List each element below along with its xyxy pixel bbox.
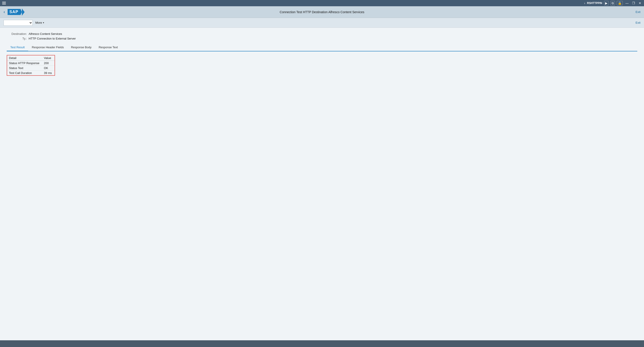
menu-right: › RSHTTPPIN ▶ ⧉ 🔒 — ❐ ✕ — [584, 1, 642, 5]
toolbar-exit-button[interactable]: Exit — [636, 21, 640, 24]
nav-forward-icon[interactable]: › — [584, 1, 585, 5]
sap-logo-triangle — [22, 8, 24, 16]
sap-logo: SAP — [8, 8, 24, 16]
type-row: Ty.: HTTP Connection to External Server — [7, 37, 637, 40]
restore-btn[interactable]: ❐ — [631, 1, 636, 5]
cell-detail: Status Text — [7, 66, 42, 71]
minimize-btn[interactable]: — — [624, 1, 630, 5]
svg-marker-0 — [22, 8, 24, 16]
cell-detail: Status HTTP Response — [7, 61, 42, 66]
toolbar: More ▾ Exit — [0, 18, 644, 28]
destination-value: Alfresco Content Services — [28, 32, 62, 35]
back-button[interactable]: ‹ — [4, 9, 5, 14]
header-title: Connection Test HTTP Destination Alfresc… — [280, 10, 364, 14]
more-label: More — [35, 21, 42, 24]
tab-test-result[interactable]: Test Result — [7, 44, 28, 51]
header-exit-button[interactable]: Exit — [636, 10, 640, 14]
main-content: Destination: Alfresco Content Services T… — [0, 28, 644, 340]
hamburger-icon[interactable] — [2, 1, 6, 5]
cell-detail: Test Call Duration — [7, 71, 42, 75]
tabs: Test Result Response Header Fields Respo… — [7, 44, 637, 51]
cell-value: 200 — [42, 61, 54, 66]
app-name: RSHTTPPIN — [587, 1, 602, 5]
menu-left — [2, 1, 6, 5]
tab-response-header[interactable]: Response Header Fields — [28, 44, 67, 51]
more-button[interactable]: More ▾ — [35, 21, 44, 24]
destination-label: Destination: — [7, 32, 27, 35]
column-detail: Detail — [7, 55, 42, 61]
info-section: Destination: Alfresco Content Services T… — [7, 32, 637, 40]
cell-value: OK — [42, 66, 54, 71]
table-row: Status HTTP Response200 — [7, 61, 54, 66]
cell-value: 39 ms — [42, 71, 54, 75]
sap-logo-text: SAP — [8, 9, 22, 15]
lock-icon[interactable]: 🔒 — [617, 1, 623, 5]
result-table-container: Detail Value Status HTTP Response200Stat… — [7, 55, 55, 76]
header-bar: ‹ SAP Connection Test HTTP Destination A… — [0, 6, 644, 18]
type-label: Ty.: — [7, 37, 27, 40]
result-table: Detail Value Status HTTP Response200Stat… — [7, 55, 54, 75]
tab-response-body[interactable]: Response Body — [67, 44, 95, 51]
table-row: Status TextOK — [7, 66, 54, 71]
table-row: Test Call Duration39 ms — [7, 71, 54, 75]
toolbar-select[interactable] — [4, 20, 33, 26]
tab-response-text[interactable]: Response Text — [95, 44, 122, 51]
column-value: Value — [42, 55, 54, 61]
type-value: HTTP Connection to External Server — [28, 37, 76, 40]
chevron-down-icon: ▾ — [43, 21, 44, 24]
status-bar — [0, 340, 644, 347]
destination-row: Destination: Alfresco Content Services — [7, 32, 637, 35]
top-menu-bar: › RSHTTPPIN ▶ ⧉ 🔒 — ❐ ✕ — [0, 0, 644, 6]
copy-icon[interactable]: ⧉ — [610, 1, 615, 5]
play-icon[interactable]: ▶ — [604, 1, 609, 5]
close-btn[interactable]: ✕ — [638, 1, 642, 5]
